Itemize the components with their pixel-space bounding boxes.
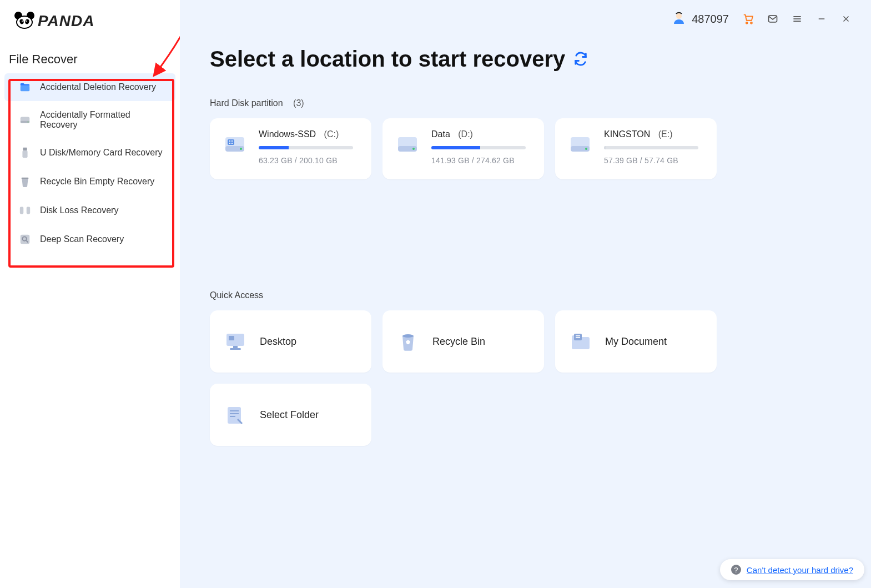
scan-icon [19,233,31,245]
drive-hdd-icon [567,132,593,157]
quick-access-cards: Desktop Recycle Bin My Document [210,310,842,446]
partition-card-c[interactable]: Windows-SSD (C:) 63.23 GB / 200.10 GB [210,118,371,179]
svg-point-2 [17,16,32,28]
usage-bar [604,146,698,149]
quick-card-recycle-bin[interactable]: Recycle Bin [382,310,544,373]
desktop-icon [223,329,248,354]
svg-rect-55 [230,416,235,417]
select-folder-icon [223,403,248,427]
page-title: Select a location to start recovery [210,47,565,72]
partition-card-d[interactable]: Data (D:) 141.93 GB / 274.62 GB [382,118,544,179]
quick-access-label: Quick Access [210,290,842,300]
usage-bar [431,146,526,149]
svg-point-37 [240,148,242,150]
sidebar-item-disk-loss[interactable]: Disk Loss Recovery [4,197,175,224]
svg-rect-46 [233,346,238,348]
svg-rect-36 [231,143,233,144]
sidebar-item-accidental-deletion[interactable]: Accidental Deletion Recovery [4,73,175,101]
quick-card-my-document[interactable]: My Document [555,310,717,373]
drive-hdd-icon [395,132,420,157]
quick-card-select-folder[interactable]: Select Folder [210,384,371,446]
brand-logo: PANDA [0,0,180,40]
svg-rect-32 [228,139,234,145]
svg-point-22 [751,22,752,24]
bin-large-icon [396,329,420,354]
svg-point-21 [746,22,748,24]
sidebar-item-formatted[interactable]: Accidentally Formatted Recovery [4,102,175,138]
svg-rect-45 [229,336,234,340]
partition-name-row: Windows-SSD (C:) [259,129,359,139]
close-button[interactable] [835,8,857,29]
usage-text: 63.23 GB / 200.10 GB [259,156,359,165]
partition-name-row: Data (D:) [431,129,532,139]
usage-fill [259,146,289,149]
sidebar-item-label: Accidental Deletion Recovery [40,82,156,92]
minimize-button[interactable] [811,8,832,29]
partition-card-e[interactable]: KINGSTON (E:) 57.39 GB / 57.74 GB [555,118,717,179]
partition-info: Data (D:) 141.93 GB / 274.62 GB [431,129,532,168]
svg-rect-51 [576,337,580,338]
svg-rect-54 [230,413,239,414]
svg-rect-16 [21,235,30,244]
sidebar-item-label: Recycle Bin Empty Recovery [40,177,154,187]
folder-doc-icon [568,329,593,354]
mail-icon[interactable] [762,8,783,29]
usage-text: 57.39 GB / 57.74 GB [604,156,704,165]
svg-rect-15 [27,207,30,214]
svg-rect-33 [229,140,230,142]
refresh-button[interactable] [573,47,588,72]
content: Select a location to start recovery Hard… [180,32,871,463]
sidebar: PANDA File Recover Accidental Deletion R… [0,0,180,588]
sidebar-item-deep-scan[interactable]: Deep Scan Recovery [4,225,175,253]
svg-rect-13 [22,178,29,179]
quick-label: Select Folder [260,409,319,421]
quick-label: Recycle Bin [432,336,485,348]
usage-fill [604,146,606,149]
svg-point-43 [585,148,587,150]
usage-text: 141.93 GB / 274.62 GB [431,156,532,165]
partition-info: KINGSTON (E:) 57.39 GB / 57.74 GB [604,129,704,168]
svg-point-40 [412,148,415,150]
sidebar-item-usb[interactable]: U Disk/Memory Card Recovery [4,139,175,167]
sidebar-item-recycle-bin[interactable]: Recycle Bin Empty Recovery [4,168,175,195]
main-panel: 487097 Select a location to start recove… [180,0,871,588]
svg-point-6 [26,21,27,22]
partition-cards: Windows-SSD (C:) 63.23 GB / 200.10 GB [210,118,842,179]
help-link[interactable]: Can't detect your hard drive? [747,565,853,575]
menu-icon[interactable] [787,8,808,29]
usb-icon [19,147,31,159]
svg-point-48 [402,334,414,338]
svg-rect-14 [20,207,23,214]
user-id: 487097 [692,13,729,26]
sidebar-list: Accidental Deletion Recovery Accidentall… [0,69,180,261]
split-disks-icon [19,204,31,217]
quick-card-desktop[interactable]: Desktop [210,310,371,373]
help-pill[interactable]: ? Can't detect your hard drive? [720,559,864,580]
sidebar-item-label: Accidentally Formatted Recovery [40,110,167,130]
sidebar-item-label: Disk Loss Recovery [40,205,118,215]
svg-rect-11 [23,148,27,151]
titlebar: 487097 [180,0,871,32]
avatar-icon[interactable] [672,11,686,27]
page-title-row: Select a location to start recovery [210,47,588,72]
cart-icon[interactable] [738,8,759,29]
svg-point-5 [22,21,23,22]
app-root: PANDA File Recover Accidental Deletion R… [0,0,871,588]
usage-bar [259,146,353,149]
partition-name-row: KINGSTON (E:) [604,129,704,139]
quick-label: My Document [605,336,667,348]
help-icon: ? [731,565,741,575]
sidebar-item-label: Deep Scan Recovery [40,234,124,244]
svg-point-10 [28,122,29,123]
sidebar-title: File Recover [0,40,180,69]
svg-rect-34 [231,140,233,142]
bin-icon [19,175,31,188]
svg-point-20 [676,13,682,19]
usage-fill [431,146,480,149]
svg-rect-50 [576,335,580,336]
drive-icon [19,114,31,126]
drive-ssd-icon [222,132,248,157]
svg-rect-35 [229,143,230,144]
sidebar-item-label: U Disk/Memory Card Recovery [40,148,162,158]
brand-name: PANDA [38,12,94,30]
